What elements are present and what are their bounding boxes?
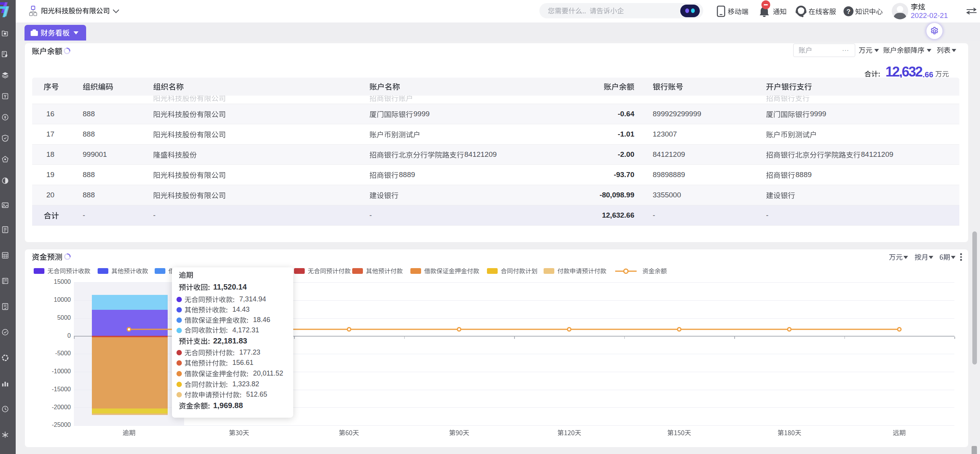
svg-text:?: ? (846, 8, 850, 15)
